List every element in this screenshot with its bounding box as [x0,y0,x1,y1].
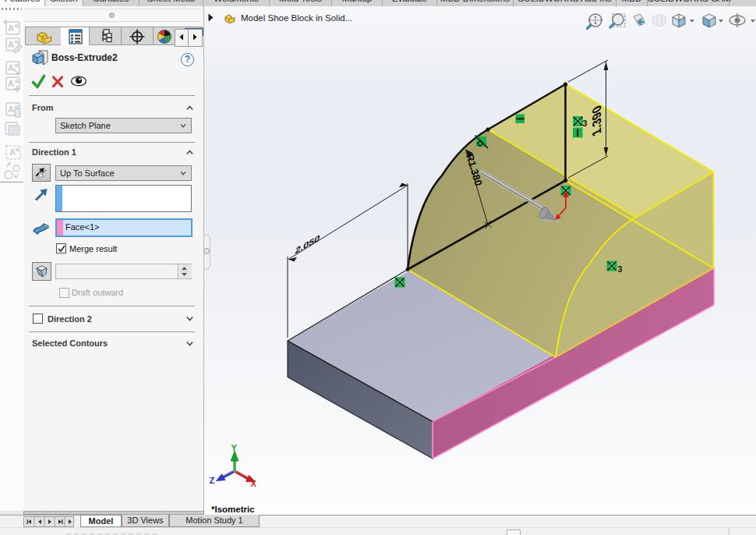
svg-text:2.050: 2.050 [295,232,321,257]
svg-text:3: 3 [618,264,623,274]
svg-text:Y: Y [231,443,238,452]
svg-text:Z: Z [210,476,215,485]
svg-text:X: X [251,479,257,488]
svg-text:*Isometric: *Isometric [211,505,255,514]
svg-text:3: 3 [583,119,588,128]
